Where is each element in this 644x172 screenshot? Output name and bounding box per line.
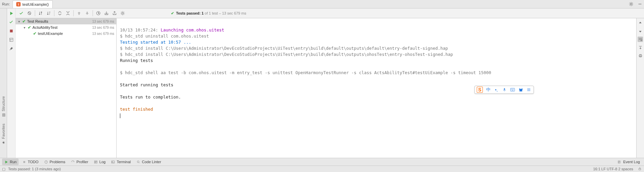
svg-rect-13 xyxy=(504,88,505,90)
separator xyxy=(73,10,74,16)
pass-icon: ✔ xyxy=(28,25,31,30)
run-icon xyxy=(4,160,8,164)
ime-logo-icon: S xyxy=(477,87,483,93)
soft-wrap-icon[interactable] xyxy=(638,37,643,42)
toggle-autotest-icon[interactable] xyxy=(8,19,14,25)
test-settings-icon[interactable] xyxy=(119,9,126,17)
text-caret xyxy=(120,113,120,118)
separator xyxy=(93,10,93,16)
svg-point-10 xyxy=(137,161,139,163)
ime-punct-icon[interactable]: •, xyxy=(494,87,499,92)
log-toolwindow-button[interactable]: Log xyxy=(92,158,107,165)
show-ignored-icon[interactable] xyxy=(26,9,33,17)
eventlog-icon xyxy=(617,160,622,164)
status-bar: ▢ Tests passed: 1 (3 minutes ago) 16:1 L… xyxy=(0,166,644,172)
status-toggle-icon[interactable]: ▢ xyxy=(2,167,6,171)
show-passed-icon[interactable] xyxy=(18,9,25,17)
codelinter-toolwindow-button[interactable]: Code Linter xyxy=(134,158,163,165)
problems-icon xyxy=(44,160,48,164)
terminal-toolwindow-button[interactable]: Terminal xyxy=(109,158,133,165)
left-tool-strip: ▤ Structure ★ Favorites xyxy=(0,8,7,158)
tree-suite-row[interactable]: ▾ ✔ ActsAbilityTest 13 sec 679 ms xyxy=(16,24,116,30)
ime-floating-bar[interactable]: S 中 •, xyxy=(474,86,534,94)
svg-rect-1 xyxy=(9,38,13,41)
scroll-up-icon[interactable] xyxy=(638,20,643,26)
test-history-icon[interactable] xyxy=(95,9,102,17)
run-gutter xyxy=(7,8,16,158)
sort-duration-icon[interactable] xyxy=(45,9,52,17)
settings-icon[interactable] xyxy=(628,1,634,7)
profiler-icon xyxy=(71,160,75,164)
status-check-icon: ✔ xyxy=(171,11,174,16)
svg-rect-12 xyxy=(639,169,641,170)
ime-menu-icon[interactable] xyxy=(526,87,531,92)
chevron-down-icon[interactable]: ▾ xyxy=(17,20,21,23)
next-failed-icon[interactable] xyxy=(83,9,91,17)
collapse-all-icon[interactable] xyxy=(64,9,72,17)
problems-toolwindow-button[interactable]: Problems xyxy=(42,158,67,165)
print-icon[interactable] xyxy=(638,53,643,58)
bottom-toolbar: Run ≡ TODO Problems Profiler Log Termina… xyxy=(0,158,644,166)
todo-toolwindow-button[interactable]: ≡ TODO xyxy=(20,158,41,165)
pass-icon: ✔ xyxy=(33,31,36,36)
console-panel: 10/13 10:57:24: Launching com.ohos.uites… xyxy=(117,18,644,158)
export-tests-icon[interactable] xyxy=(111,9,118,17)
separator xyxy=(35,10,35,16)
run-toolwindow-button[interactable]: Run xyxy=(2,158,19,165)
expand-all-icon[interactable] xyxy=(56,9,64,17)
tree-root-row[interactable]: ▾ ✔ Test Results 13 sec 679 ms xyxy=(16,18,116,24)
console-output[interactable]: 10/13 10:57:24: Launching com.ohos.uites… xyxy=(117,18,636,158)
test-config-icon: t xyxy=(16,2,21,6)
test-tree[interactable]: ▾ ✔ Test Results 13 sec 679 ms ▾ ✔ ActsA… xyxy=(16,18,117,158)
stop-icon[interactable] xyxy=(8,28,14,34)
run-config-tab[interactable]: t testUiExample() xyxy=(13,0,52,8)
pin-icon[interactable] xyxy=(8,46,14,51)
eventlog-toolwindow-button[interactable]: Event Log xyxy=(615,158,642,165)
favorites-toolwindow-button[interactable]: ★ Favorites xyxy=(1,124,5,144)
profiler-toolwindow-button[interactable]: Profiler xyxy=(69,158,90,165)
svg-rect-9 xyxy=(112,161,115,163)
svg-rect-0 xyxy=(10,29,13,32)
ime-keyboard-icon[interactable] xyxy=(510,87,515,92)
terminal-icon xyxy=(111,160,115,164)
pass-icon: ✔ xyxy=(22,19,26,24)
layout-icon[interactable] xyxy=(8,37,14,42)
rerun-icon[interactable] xyxy=(8,10,14,16)
chevron-down-icon[interactable]: ▾ xyxy=(22,26,26,29)
minimize-icon[interactable] xyxy=(637,1,643,7)
todo-icon: ≡ xyxy=(22,160,26,164)
ime-skin-icon[interactable] xyxy=(518,87,523,92)
ime-lang-icon[interactable]: 中 xyxy=(486,87,491,92)
console-right-gutter xyxy=(636,18,644,158)
run-label: Run: xyxy=(0,2,12,6)
status-right-info[interactable]: 16:1 LF UTF-8 2 spaces xyxy=(593,167,633,171)
sort-icon[interactable] xyxy=(37,9,44,17)
scroll-to-end-icon[interactable] xyxy=(638,45,643,50)
log-icon xyxy=(94,160,98,164)
star-icon: ★ xyxy=(1,140,5,144)
structure-icon: ▤ xyxy=(1,113,5,117)
svg-rect-5 xyxy=(640,54,641,55)
run-config-name: testUiExample() xyxy=(22,2,49,6)
lint-icon xyxy=(136,160,141,164)
run-tool-header: Run: t testUiExample() xyxy=(0,0,644,8)
scroll-down-icon[interactable] xyxy=(638,28,643,34)
status-message: Tests passed: 1 (3 minutes ago) xyxy=(8,167,61,171)
test-toolbar: ✔ Tests passed: 1 of 1 test – 13 sec 679… xyxy=(16,8,644,18)
ime-mic-icon[interactable] xyxy=(502,87,507,92)
tests-status: ✔ Tests passed: 1 of 1 test – 13 sec 679… xyxy=(171,11,246,16)
import-tests-icon[interactable] xyxy=(103,9,110,17)
tree-test-row[interactable]: ✔ testUiExample 13 sec 679 ms xyxy=(16,30,116,37)
prev-failed-icon[interactable] xyxy=(75,9,83,17)
lock-icon[interactable] xyxy=(638,167,642,171)
separator xyxy=(54,10,54,16)
structure-toolwindow-button[interactable]: ▤ Structure xyxy=(1,96,5,117)
